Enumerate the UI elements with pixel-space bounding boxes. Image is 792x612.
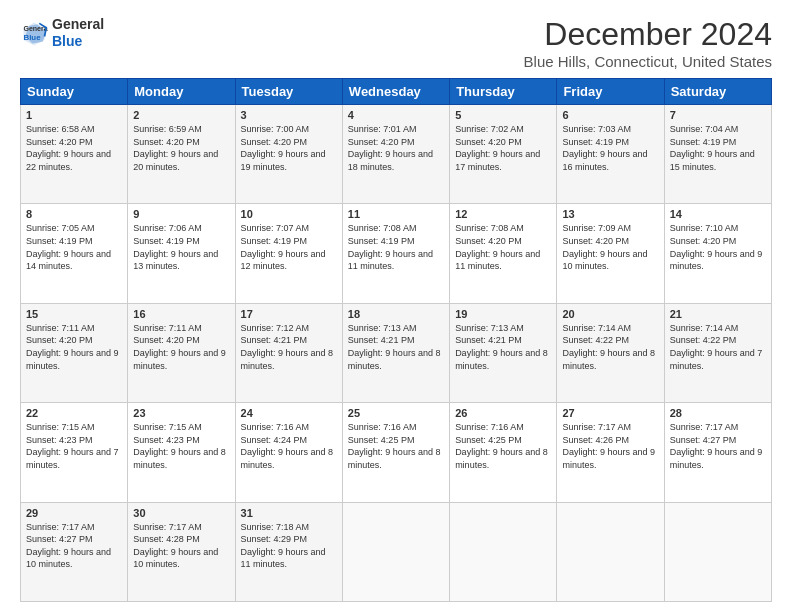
calendar-cell	[342, 502, 449, 601]
cell-info: Sunrise: 7:16 AMSunset: 4:25 PMDaylight:…	[348, 422, 441, 470]
calendar-cell: 18Sunrise: 7:13 AMSunset: 4:21 PMDayligh…	[342, 303, 449, 402]
cell-info: Sunrise: 6:59 AMSunset: 4:20 PMDaylight:…	[133, 124, 218, 172]
day-number: 29	[26, 507, 122, 519]
cell-info: Sunrise: 7:06 AMSunset: 4:19 PMDaylight:…	[133, 223, 218, 271]
cell-info: Sunrise: 7:17 AMSunset: 4:28 PMDaylight:…	[133, 522, 218, 570]
calendar-cell	[664, 502, 771, 601]
calendar-cell: 9Sunrise: 7:06 AMSunset: 4:19 PMDaylight…	[128, 204, 235, 303]
week-row-0: 1Sunrise: 6:58 AMSunset: 4:20 PMDaylight…	[21, 105, 772, 204]
day-number: 22	[26, 407, 122, 419]
calendar-cell: 25Sunrise: 7:16 AMSunset: 4:25 PMDayligh…	[342, 403, 449, 502]
day-number: 30	[133, 507, 229, 519]
calendar-cell: 30Sunrise: 7:17 AMSunset: 4:28 PMDayligh…	[128, 502, 235, 601]
cell-info: Sunrise: 7:17 AMSunset: 4:26 PMDaylight:…	[562, 422, 655, 470]
day-number: 2	[133, 109, 229, 121]
calendar-cell: 26Sunrise: 7:16 AMSunset: 4:25 PMDayligh…	[450, 403, 557, 502]
calendar-cell: 12Sunrise: 7:08 AMSunset: 4:20 PMDayligh…	[450, 204, 557, 303]
day-number: 7	[670, 109, 766, 121]
week-row-1: 8Sunrise: 7:05 AMSunset: 4:19 PMDaylight…	[21, 204, 772, 303]
column-header-monday: Monday	[128, 79, 235, 105]
calendar-cell: 24Sunrise: 7:16 AMSunset: 4:24 PMDayligh…	[235, 403, 342, 502]
subtitle: Blue Hills, Connecticut, United States	[524, 53, 772, 70]
calendar-cell: 11Sunrise: 7:08 AMSunset: 4:19 PMDayligh…	[342, 204, 449, 303]
cell-info: Sunrise: 7:18 AMSunset: 4:29 PMDaylight:…	[241, 522, 326, 570]
calendar-cell: 6Sunrise: 7:03 AMSunset: 4:19 PMDaylight…	[557, 105, 664, 204]
cell-info: Sunrise: 7:08 AMSunset: 4:19 PMDaylight:…	[348, 223, 433, 271]
cell-info: Sunrise: 7:00 AMSunset: 4:20 PMDaylight:…	[241, 124, 326, 172]
calendar-cell: 2Sunrise: 6:59 AMSunset: 4:20 PMDaylight…	[128, 105, 235, 204]
calendar-cell	[557, 502, 664, 601]
cell-info: Sunrise: 7:11 AMSunset: 4:20 PMDaylight:…	[133, 323, 226, 371]
cell-info: Sunrise: 7:16 AMSunset: 4:24 PMDaylight:…	[241, 422, 334, 470]
calendar-cell: 28Sunrise: 7:17 AMSunset: 4:27 PMDayligh…	[664, 403, 771, 502]
day-number: 4	[348, 109, 444, 121]
calendar-cell: 16Sunrise: 7:11 AMSunset: 4:20 PMDayligh…	[128, 303, 235, 402]
calendar-cell: 31Sunrise: 7:18 AMSunset: 4:29 PMDayligh…	[235, 502, 342, 601]
svg-text:Blue: Blue	[24, 33, 42, 42]
logo: General Blue General Blue	[20, 16, 104, 50]
day-number: 5	[455, 109, 551, 121]
cell-info: Sunrise: 7:13 AMSunset: 4:21 PMDaylight:…	[455, 323, 548, 371]
week-row-3: 22Sunrise: 7:15 AMSunset: 4:23 PMDayligh…	[21, 403, 772, 502]
calendar-cell: 22Sunrise: 7:15 AMSunset: 4:23 PMDayligh…	[21, 403, 128, 502]
day-number: 10	[241, 208, 337, 220]
cell-info: Sunrise: 7:14 AMSunset: 4:22 PMDaylight:…	[562, 323, 655, 371]
calendar-cell: 19Sunrise: 7:13 AMSunset: 4:21 PMDayligh…	[450, 303, 557, 402]
cell-info: Sunrise: 7:10 AMSunset: 4:20 PMDaylight:…	[670, 223, 763, 271]
calendar-cell: 5Sunrise: 7:02 AMSunset: 4:20 PMDaylight…	[450, 105, 557, 204]
cell-info: Sunrise: 7:16 AMSunset: 4:25 PMDaylight:…	[455, 422, 548, 470]
cell-info: Sunrise: 7:14 AMSunset: 4:22 PMDaylight:…	[670, 323, 763, 371]
day-number: 1	[26, 109, 122, 121]
day-number: 18	[348, 308, 444, 320]
calendar-cell: 27Sunrise: 7:17 AMSunset: 4:26 PMDayligh…	[557, 403, 664, 502]
calendar-cell: 7Sunrise: 7:04 AMSunset: 4:19 PMDaylight…	[664, 105, 771, 204]
cell-info: Sunrise: 7:01 AMSunset: 4:20 PMDaylight:…	[348, 124, 433, 172]
calendar-cell: 1Sunrise: 6:58 AMSunset: 4:20 PMDaylight…	[21, 105, 128, 204]
title-area: December 2024 Blue Hills, Connecticut, U…	[524, 16, 772, 70]
calendar-cell: 15Sunrise: 7:11 AMSunset: 4:20 PMDayligh…	[21, 303, 128, 402]
cell-info: Sunrise: 7:15 AMSunset: 4:23 PMDaylight:…	[26, 422, 119, 470]
calendar-header-row: SundayMondayTuesdayWednesdayThursdayFrid…	[21, 79, 772, 105]
logo-text: General Blue	[52, 16, 104, 50]
cell-info: Sunrise: 7:11 AMSunset: 4:20 PMDaylight:…	[26, 323, 119, 371]
day-number: 8	[26, 208, 122, 220]
column-header-saturday: Saturday	[664, 79, 771, 105]
page: General Blue General Blue December 2024 …	[0, 0, 792, 612]
day-number: 21	[670, 308, 766, 320]
day-number: 24	[241, 407, 337, 419]
week-row-4: 29Sunrise: 7:17 AMSunset: 4:27 PMDayligh…	[21, 502, 772, 601]
calendar-cell: 17Sunrise: 7:12 AMSunset: 4:21 PMDayligh…	[235, 303, 342, 402]
cell-info: Sunrise: 7:04 AMSunset: 4:19 PMDaylight:…	[670, 124, 755, 172]
cell-info: Sunrise: 7:08 AMSunset: 4:20 PMDaylight:…	[455, 223, 540, 271]
day-number: 14	[670, 208, 766, 220]
calendar-cell: 20Sunrise: 7:14 AMSunset: 4:22 PMDayligh…	[557, 303, 664, 402]
header: General Blue General Blue December 2024 …	[20, 16, 772, 70]
calendar-cell: 4Sunrise: 7:01 AMSunset: 4:20 PMDaylight…	[342, 105, 449, 204]
column-header-tuesday: Tuesday	[235, 79, 342, 105]
calendar-cell: 8Sunrise: 7:05 AMSunset: 4:19 PMDaylight…	[21, 204, 128, 303]
day-number: 9	[133, 208, 229, 220]
calendar-cell: 3Sunrise: 7:00 AMSunset: 4:20 PMDaylight…	[235, 105, 342, 204]
day-number: 26	[455, 407, 551, 419]
cell-info: Sunrise: 7:09 AMSunset: 4:20 PMDaylight:…	[562, 223, 647, 271]
cell-info: Sunrise: 7:17 AMSunset: 4:27 PMDaylight:…	[670, 422, 763, 470]
day-number: 11	[348, 208, 444, 220]
main-title: December 2024	[524, 16, 772, 53]
calendar-cell: 14Sunrise: 7:10 AMSunset: 4:20 PMDayligh…	[664, 204, 771, 303]
logo-icon: General Blue	[20, 19, 48, 47]
cell-info: Sunrise: 7:13 AMSunset: 4:21 PMDaylight:…	[348, 323, 441, 371]
calendar-cell: 13Sunrise: 7:09 AMSunset: 4:20 PMDayligh…	[557, 204, 664, 303]
column-header-friday: Friday	[557, 79, 664, 105]
column-header-wednesday: Wednesday	[342, 79, 449, 105]
day-number: 28	[670, 407, 766, 419]
day-number: 3	[241, 109, 337, 121]
day-number: 17	[241, 308, 337, 320]
calendar-table: SundayMondayTuesdayWednesdayThursdayFrid…	[20, 78, 772, 602]
calendar-cell: 10Sunrise: 7:07 AMSunset: 4:19 PMDayligh…	[235, 204, 342, 303]
cell-info: Sunrise: 7:03 AMSunset: 4:19 PMDaylight:…	[562, 124, 647, 172]
day-number: 16	[133, 308, 229, 320]
day-number: 15	[26, 308, 122, 320]
day-number: 25	[348, 407, 444, 419]
calendar-cell	[450, 502, 557, 601]
day-number: 23	[133, 407, 229, 419]
